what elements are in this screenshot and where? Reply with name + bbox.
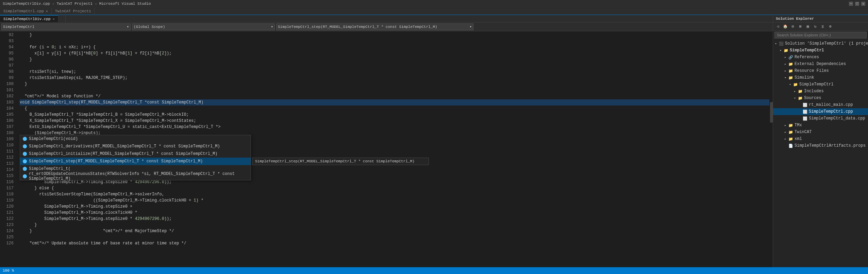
tree-label-project: SimpleTempCtrl bbox=[790, 48, 868, 53]
tree-expand-xml[interactable]: ▸ bbox=[783, 136, 788, 142]
maximize-button[interactable]: □ bbox=[855, 2, 859, 6]
tree-expand-artifacts[interactable] bbox=[783, 143, 788, 148]
tree-expand-simpletempctrl_folder[interactable]: ▾ bbox=[787, 82, 793, 87]
tree-icon-simpletempctrl_folder: 📁 bbox=[793, 82, 798, 87]
file-tab-close-1[interactable]: ✕ bbox=[53, 17, 55, 21]
sol-btn-home[interactable]: 🏠 bbox=[782, 23, 789, 30]
autocomplete-text-2: SimpleTempCtrl_initialize(RT_MODEL_Simpl… bbox=[29, 151, 218, 156]
solution-explorer-title: Solution Explorer bbox=[776, 17, 814, 21]
tree-item-solution[interactable]: ▾⬛Solution 'SimpleTempCtrl' (1 project) bbox=[773, 40, 868, 47]
tree-item-simpletempctrl_cpp[interactable]: ⬜SimpleTempCtrl.cpp bbox=[773, 108, 868, 115]
tree-item-simulink[interactable]: ▾📁Simulink bbox=[773, 74, 868, 81]
tree-expand-resfiles[interactable]: ▸ bbox=[783, 68, 788, 74]
tree-item-xml[interactable]: ▸📁xml bbox=[773, 135, 868, 142]
function-dropdown[interactable]: (Global Scope) ▾ bbox=[132, 23, 275, 30]
title-text: SimpleTempCtrlDiv.cpp - TwinCAT Project1… bbox=[3, 2, 151, 6]
autocomplete-text-3: SimpleTempCtrl_step(RT_MODEL_SimpleTempC… bbox=[29, 159, 203, 164]
sol-btn-filter[interactable]: ⧖ bbox=[819, 23, 826, 30]
autocomplete-item-2[interactable]: SimpleTempCtrl_initialize(RT_MODEL_Simpl… bbox=[20, 150, 251, 158]
solution-search-input[interactable] bbox=[777, 33, 864, 37]
tree-item-simpletempctrl_folder[interactable]: ▾📁SimpleTempCtrl bbox=[773, 81, 868, 88]
tree-item-tmx[interactable]: ▸📁TMx bbox=[773, 122, 868, 129]
autocomplete-item-5[interactable]: rt_ertODEUpdateContinuousStates(RTWSolve… bbox=[20, 173, 251, 180]
main-content: SimpleTempCtrlDiv.cpp ✕ SimpleTempCtrl ▾… bbox=[0, 15, 868, 267]
tree-label-simpletempctrl_folder: SimpleTempCtrl bbox=[799, 82, 868, 87]
tree-label-includes: Includes bbox=[804, 89, 868, 94]
status-bar: 100 % bbox=[0, 267, 868, 274]
tree-label-tmx: TMx bbox=[795, 123, 868, 128]
window-controls[interactable]: ─ □ ✕ bbox=[849, 2, 865, 6]
sol-btn-collapse[interactable]: ⊟ bbox=[789, 23, 796, 30]
tab-label-2: TwinCAT Project1 bbox=[55, 9, 91, 13]
autocomplete-dropdown[interactable]: SimpleTempCtrl(void) SimpleTempCtrl_deri… bbox=[20, 135, 251, 180]
tree-expand-includes[interactable]: ▸ bbox=[792, 88, 798, 94]
tree-label-simpletempctrl_cpp: SimpleTempCtrl.cpp bbox=[809, 109, 868, 114]
tree-item-project[interactable]: ▾📁SimpleTempCtrl bbox=[773, 47, 868, 54]
tree-item-resfiles[interactable]: ▸📁Resource Files bbox=[773, 67, 868, 74]
tab-simpletempctrl[interactable]: SimpleTempCtrl.cpp ✕ bbox=[0, 8, 52, 15]
tree-expand-rt_malloc[interactable] bbox=[797, 102, 802, 108]
file-tab-bar: SimpleTempCtrlDiv.cpp ✕ bbox=[0, 15, 773, 22]
method-icon-5 bbox=[23, 174, 27, 178]
file-tab-div-cpp[interactable]: SimpleTempCtrlDiv.cpp ✕ bbox=[0, 15, 59, 22]
tree-expand-extdeps[interactable]: ▸ bbox=[783, 61, 788, 67]
tab-close-1[interactable]: ✕ bbox=[46, 9, 48, 13]
tab-twincat-project[interactable]: TwinCAT Project1 bbox=[52, 8, 95, 15]
tree-item-references[interactable]: ▸🔗References bbox=[773, 54, 868, 61]
tree-item-simpletempctrl_data[interactable]: ⬜SimpleTempCtrl_data.cpp bbox=[773, 115, 868, 122]
sol-btn-back[interactable]: ◁ bbox=[774, 23, 781, 30]
tree-icon-extdeps: 📁 bbox=[788, 61, 794, 67]
tab-label-1: SimpleTempCtrl.cpp bbox=[3, 9, 44, 13]
code-editor[interactable]: 9293949596979899100101102103104105106107… bbox=[0, 31, 773, 267]
tree-icon-simpletempctrl_data: ⬜ bbox=[802, 116, 808, 121]
tree-label-simulink: Simulink bbox=[795, 75, 868, 80]
tree-item-includes[interactable]: ▸📁Includes bbox=[773, 88, 868, 95]
tree-icon-resfiles: 📁 bbox=[788, 68, 794, 74]
autocomplete-item-1[interactable]: SimpleTempCtrl_derivatives(RT_MODEL_Simp… bbox=[20, 143, 251, 150]
file-tab-2[interactable] bbox=[59, 15, 66, 22]
scope-dropdown[interactable]: SimpleTempCtrl ▾ bbox=[1, 23, 131, 30]
minimize-button[interactable]: ─ bbox=[849, 2, 853, 6]
editor-toolbar: SimpleTempCtrl ▾ (Global Scope) ▾ Simple… bbox=[0, 22, 773, 31]
autocomplete-item-3[interactable]: SimpleTempCtrl_step(RT_MODEL_SimpleTempC… bbox=[20, 158, 251, 165]
method-icon-1 bbox=[23, 144, 27, 148]
tree-expand-simulink[interactable]: ▾ bbox=[783, 75, 788, 80]
autocomplete-item-0[interactable]: SimpleTempCtrl(void) bbox=[20, 135, 251, 143]
scrollbar-thumb[interactable] bbox=[770, 102, 773, 123]
tree-expand-sources[interactable]: ▾ bbox=[792, 95, 798, 101]
file-tab-label-1: SimpleTempCtrlDiv.cpp bbox=[3, 17, 51, 21]
tree-item-rt_malloc[interactable]: ⬜rt_malloc_main.cpp bbox=[773, 101, 868, 108]
title-bar: SimpleTempCtrlDiv.cpp - TwinCAT Project1… bbox=[0, 0, 868, 7]
tree-item-twincat[interactable]: ▸📁TwinCAT bbox=[773, 129, 868, 135]
tree-label-rt_malloc: rt_malloc_main.cpp bbox=[809, 102, 868, 107]
autocomplete-text-0: SimpleTempCtrl(void) bbox=[29, 136, 78, 141]
autocomplete-text-4: SimpleTempCtrl_t( bbox=[29, 166, 70, 171]
tree-expand-simpletempctrl_cpp[interactable] bbox=[797, 109, 802, 114]
zoom-level: 100 % bbox=[3, 269, 14, 273]
tree-label-simpletempctrl_data: SimpleTempCtrl_data.cpp bbox=[809, 116, 868, 121]
tree-item-extdeps[interactable]: ▸📁External Dependencies bbox=[773, 61, 868, 67]
top-tab-bar: SimpleTempCtrl.cpp ✕ TwinCAT Project1 bbox=[0, 7, 868, 15]
tree-expand-simpletempctrl_data[interactable] bbox=[797, 116, 802, 121]
function2-dropdown[interactable]: SimpleTempCtrl_step(RT_MODEL_SimpleTempC… bbox=[276, 23, 473, 30]
tree-expand-twincat[interactable]: ▸ bbox=[783, 129, 788, 135]
tree-expand-solution[interactable]: ▾ bbox=[773, 41, 779, 46]
sol-btn-settings[interactable]: ⚙ bbox=[827, 23, 834, 30]
tree-label-sources: Sources bbox=[804, 96, 868, 100]
sol-btn-refresh[interactable]: ↻ bbox=[812, 23, 819, 30]
tree-expand-project[interactable]: ▾ bbox=[778, 48, 783, 53]
editor-scrollbar[interactable] bbox=[769, 31, 773, 267]
function2-chevron-icon: ▾ bbox=[469, 25, 472, 29]
method-icon-3 bbox=[23, 159, 27, 163]
solution-search-box[interactable] bbox=[774, 32, 867, 38]
tree-label-references: References bbox=[795, 55, 868, 60]
tree-item-artifacts[interactable]: 📄SimpleTempCtrlArtifacts.props bbox=[773, 142, 868, 149]
sol-btn-properties[interactable]: ⊞ bbox=[797, 23, 804, 30]
sol-btn-show-all[interactable]: ▤ bbox=[804, 23, 811, 30]
close-button[interactable]: ✕ bbox=[861, 2, 865, 6]
tree-icon-includes: 📁 bbox=[798, 88, 803, 94]
tree-expand-tmx[interactable]: ▸ bbox=[783, 123, 788, 128]
tree-icon-rt_malloc: ⬜ bbox=[802, 102, 808, 108]
tree-item-sources[interactable]: ▾📁Sources bbox=[773, 95, 868, 101]
tree-expand-references[interactable]: ▸ bbox=[783, 54, 788, 60]
